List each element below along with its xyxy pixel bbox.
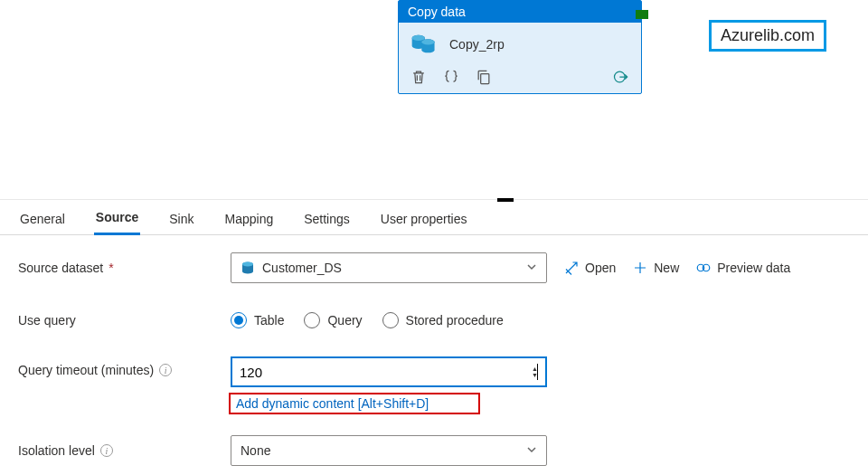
database-icon	[410, 32, 439, 57]
tab-source[interactable]: Source	[94, 202, 140, 235]
pipeline-canvas: Copy data Copy_2rp	[0, 0, 868, 199]
trash-icon[interactable]	[410, 68, 428, 86]
new-dataset-button[interactable]: New	[632, 260, 679, 276]
query-timeout-input[interactable]: ▲▼	[231, 356, 547, 387]
output-port[interactable]	[636, 10, 648, 19]
activity-header: Copy data	[399, 1, 641, 23]
isolation-level-label: Isolation level	[18, 443, 95, 458]
svg-point-7	[242, 262, 253, 267]
query-timeout-label: Query timeout (minutes)	[18, 363, 154, 377]
panel-grip[interactable]	[497, 198, 514, 202]
radio-query[interactable]: Query	[304, 312, 362, 328]
chevron-down-icon	[526, 261, 537, 275]
tab-sink[interactable]: Sink	[167, 204, 195, 234]
svg-rect-4	[481, 74, 489, 84]
preview-data-button[interactable]: Preview data	[695, 260, 790, 276]
radio-stored-procedure[interactable]: Stored procedure	[382, 312, 504, 328]
source-dataset-value: Customer_DS	[262, 261, 342, 275]
activity-name: Copy_2rp	[449, 37, 505, 52]
isolation-level-select[interactable]: None	[231, 435, 547, 466]
query-timeout-field[interactable]	[240, 365, 537, 380]
svg-point-1	[412, 35, 425, 41]
info-icon[interactable]: i	[159, 364, 172, 376]
info-icon[interactable]: i	[100, 444, 113, 457]
svg-point-3	[421, 39, 434, 44]
tab-mapping[interactable]: Mapping	[223, 204, 276, 234]
source-dataset-label: Source dataset	[18, 261, 103, 275]
use-query-radio-group: Table Query Stored procedure	[231, 312, 504, 328]
radio-table[interactable]: Table	[231, 312, 284, 328]
required-asterisk: *	[108, 261, 113, 275]
dataset-icon	[241, 261, 255, 275]
number-stepper[interactable]: ▲▼	[532, 366, 538, 378]
add-dynamic-content-link[interactable]: Add dynamic content [Alt+Shift+D]	[229, 393, 480, 414]
copy-data-activity[interactable]: Copy data Copy_2rp	[398, 0, 642, 94]
isolation-level-value: None	[241, 443, 270, 458]
properties-tabs: General Source Sink Mapping Settings Use…	[0, 199, 868, 235]
open-dataset-button[interactable]: Open	[563, 260, 616, 276]
braces-icon[interactable]	[442, 68, 460, 86]
chevron-down-icon	[526, 443, 537, 458]
tab-general[interactable]: General	[18, 204, 67, 234]
watermark-badge: Azurelib.com	[709, 20, 826, 52]
tab-user-properties[interactable]: User properties	[379, 204, 469, 234]
copy-icon[interactable]	[475, 68, 493, 86]
use-query-label: Use query	[18, 313, 76, 328]
tab-settings[interactable]: Settings	[302, 204, 352, 234]
arrow-out-icon[interactable]	[612, 68, 630, 86]
source-form: Source dataset * Customer_DS Open New	[0, 235, 868, 475]
source-dataset-select[interactable]: Customer_DS	[231, 252, 547, 283]
